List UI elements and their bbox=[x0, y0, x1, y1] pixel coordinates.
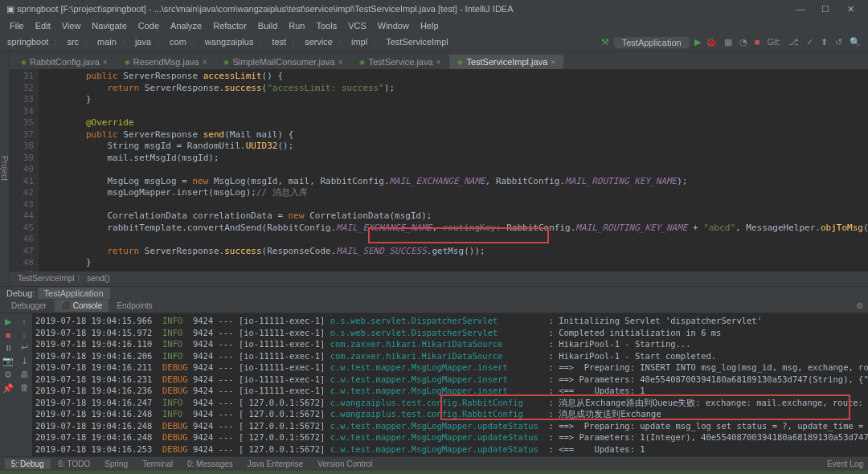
close-icon[interactable]: × bbox=[436, 58, 441, 67]
wrap-icon[interactable]: ↩ bbox=[21, 342, 28, 353]
menu-analyze[interactable]: Analyze bbox=[166, 19, 207, 32]
menu-view[interactable]: View bbox=[57, 19, 86, 32]
navigation-bar: springboot〉src〉main〉java〉com〉wangzaiplus… bbox=[0, 34, 868, 51]
breadcrumb-src[interactable]: src bbox=[64, 37, 81, 47]
window-controls: — ☐ ✕ bbox=[789, 4, 862, 14]
highlight-box-2 bbox=[440, 394, 850, 420]
commit-icon[interactable]: ⬆ bbox=[818, 37, 830, 47]
clear-icon[interactable]: 🗑 bbox=[20, 382, 29, 392]
git-branch-icon[interactable]: ⎇ bbox=[786, 37, 801, 47]
down-icon[interactable]: ↓ bbox=[22, 329, 27, 339]
bottom-tab-messages[interactable]: 0: Messages bbox=[181, 459, 240, 469]
debug-run-tab[interactable]: TestApplication bbox=[38, 288, 110, 299]
close-icon[interactable]: × bbox=[103, 58, 108, 67]
settings-icon[interactable]: ⚙ bbox=[4, 370, 12, 380]
breadcrumb-java[interactable]: java bbox=[133, 37, 154, 47]
editor-tabs: ◉RabbitConfig.java×◉ResendMsg.java×◉Simp… bbox=[10, 51, 868, 69]
debug-tab-debugger[interactable]: Debugger bbox=[5, 300, 53, 312]
menu-tools[interactable]: Tools bbox=[311, 19, 342, 32]
breadcrumb-impl[interactable]: impl bbox=[349, 37, 370, 47]
breadcrumb-TestServiceImpl[interactable]: TestServiceImpl bbox=[383, 37, 451, 47]
bottom-tab-terminal[interactable]: Terminal bbox=[136, 459, 179, 469]
breadcrumb-service[interactable]: service bbox=[302, 37, 335, 47]
log-line: 2019-07-18 19:04:16.248 DEBUG 9424 --- [… bbox=[35, 431, 865, 443]
print-icon[interactable]: 🖶 bbox=[20, 370, 29, 379]
menu-vcs[interactable]: VCS bbox=[343, 19, 371, 32]
stop-icon[interactable]: ■ bbox=[6, 330, 11, 340]
debug-settings-icon[interactable]: ⚙ bbox=[856, 301, 863, 310]
log-line: 2019-07-18 19:04:15.972 INFO 9424 --- [i… bbox=[35, 327, 865, 339]
app-icon: ▣ bbox=[6, 4, 14, 14]
resume-icon[interactable]: ⏸ bbox=[4, 343, 13, 353]
menu-bar: FileEditViewNavigateCodeAnalyzeRefactorB… bbox=[0, 18, 868, 34]
menu-file[interactable]: File bbox=[5, 19, 29, 32]
log-line: 2019-07-18 19:04:16.248 DEBUG 9424 --- [… bbox=[35, 420, 865, 432]
tab-RabbitConfig.java[interactable]: ◉RabbitConfig.java× bbox=[13, 55, 116, 69]
window-title-bar: ▣ springboot [F:\project\springboot] - .… bbox=[0, 0, 868, 18]
tab-TestServiceImpl.java[interactable]: ◉TestServiceImpl.java× bbox=[449, 55, 563, 69]
rerun-icon[interactable]: ▶ bbox=[5, 317, 11, 327]
close-icon[interactable]: × bbox=[203, 58, 207, 67]
minimize-button[interactable]: — bbox=[789, 4, 812, 14]
debug-tab-endpoints[interactable]: Endpoints bbox=[110, 300, 158, 312]
debug-tab-console[interactable]: ⬛ Console bbox=[55, 300, 108, 312]
update-icon[interactable]: ✓ bbox=[804, 37, 816, 47]
tab-ResendMsg.java[interactable]: ◉ResendMsg.java× bbox=[117, 55, 215, 69]
editor-gutter[interactable]: 313233343537383940414243444546474849 bbox=[10, 69, 39, 272]
close-button[interactable]: ✕ bbox=[839, 4, 862, 14]
highlight-box-1 bbox=[368, 227, 549, 243]
window-title: springboot [F:\project\springboot] - ...… bbox=[17, 4, 513, 14]
hammer-icon[interactable]: ⚒ bbox=[601, 37, 609, 47]
run-icon[interactable]: ▶ bbox=[694, 37, 701, 47]
log-line: 2019-07-18 19:04:16.206 INFO 9424 --- [i… bbox=[35, 350, 865, 362]
editor-content[interactable]: public ServerResponse accessLimit() { re… bbox=[39, 69, 868, 272]
up-icon[interactable]: ↑ bbox=[22, 317, 27, 326]
menu-code[interactable]: Code bbox=[133, 19, 164, 32]
log-line: 2019-07-18 19:04:15.966 INFO 9424 --- [i… bbox=[35, 315, 865, 327]
menu-window[interactable]: Window bbox=[373, 19, 414, 32]
breadcrumb-test[interactable]: test bbox=[269, 37, 289, 47]
bottom-tab-spring[interactable]: Spring bbox=[98, 459, 134, 469]
log-line: 2019-07-18 19:04:16.110 INFO 9424 --- [i… bbox=[35, 338, 865, 350]
bottom-tab-debug[interactable]: 5: Debug bbox=[5, 459, 51, 469]
breadcrumb-com[interactable]: com bbox=[167, 37, 189, 47]
bottom-tab-todo[interactable]: 6: TODO bbox=[52, 459, 97, 469]
pin-icon[interactable]: 📌 bbox=[2, 383, 14, 394]
run-configuration-select[interactable]: TestApplication bbox=[614, 37, 690, 48]
menu-edit[interactable]: Edit bbox=[31, 19, 55, 32]
tab-TestService.java[interactable]: ◉TestService.java× bbox=[351, 55, 448, 69]
bottom-tool-tabs: 5: Debug6: TODOSpringTerminal0: Messages… bbox=[0, 456, 868, 471]
camera-icon[interactable]: 📷 bbox=[2, 356, 14, 366]
debug-toolbar: ▶ ■ ⏸ 📷 ⚙ 📌 bbox=[0, 313, 16, 456]
status-bar: TestApplication: Failed to retrieve appl… bbox=[0, 471, 868, 474]
log-line: 2019-07-18 19:04:16.211 DEBUG 9424 --- [… bbox=[35, 362, 865, 374]
tab-SimpleMailConsumer.java[interactable]: ◉SimpleMailConsumer.java× bbox=[215, 55, 350, 69]
log-line: 2019-07-18 19:04:16.231 DEBUG 9424 --- [… bbox=[35, 374, 865, 386]
console-output[interactable]: 2019-07-18 19:04:15.966 INFO 9424 --- [i… bbox=[32, 313, 868, 456]
menu-refactor[interactable]: Refactor bbox=[208, 19, 252, 32]
history-icon[interactable]: ↺ bbox=[833, 37, 845, 47]
breadcrumb-main[interactable]: main bbox=[95, 37, 119, 47]
maximize-button[interactable]: ☐ bbox=[814, 4, 837, 14]
project-tool-tab[interactable]: Project bbox=[0, 51, 10, 286]
stop-icon[interactable]: ■ bbox=[752, 37, 763, 47]
git-label: Git: bbox=[765, 37, 784, 47]
search-icon[interactable]: 🔍 bbox=[847, 37, 863, 47]
bottom-tab-javaenterprise[interactable]: Java Enterprise bbox=[241, 459, 309, 469]
menu-help[interactable]: Help bbox=[416, 19, 444, 32]
menu-build[interactable]: Build bbox=[253, 19, 282, 32]
log-line: 2019-07-18 19:04:16.253 DEBUG 9424 --- [… bbox=[35, 443, 865, 456]
profile-icon[interactable]: ◔ bbox=[737, 37, 750, 47]
debug-icon[interactable]: 🐞 bbox=[706, 37, 717, 47]
close-icon[interactable]: × bbox=[551, 58, 555, 67]
menu-navigate[interactable]: Navigate bbox=[87, 19, 131, 32]
coverage-icon[interactable]: ▦ bbox=[722, 37, 735, 47]
breadcrumb-wangzaiplus[interactable]: wangzaiplus bbox=[203, 37, 256, 47]
close-icon[interactable]: × bbox=[338, 58, 343, 67]
bottom-tab-versioncontrol[interactable]: Version Control bbox=[311, 459, 379, 469]
event-log-tab[interactable]: Event Log bbox=[827, 460, 863, 468]
scroll-icon[interactable]: ⤓ bbox=[21, 356, 28, 366]
breadcrumb-springboot[interactable]: springboot bbox=[5, 37, 51, 47]
menu-run[interactable]: Run bbox=[284, 19, 309, 32]
editor-breadcrumb[interactable]: TestServiceImpl 〉 send() bbox=[10, 272, 868, 286]
